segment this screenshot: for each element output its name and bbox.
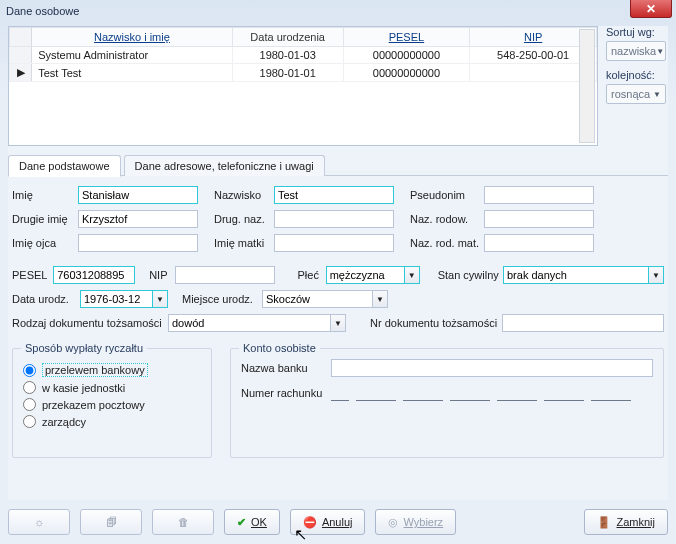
col-pesel[interactable]: PESEL	[343, 28, 470, 47]
no-entry-icon: ⛔	[303, 516, 317, 529]
tab-address[interactable]: Dane adresowe, telefoniczne i uwagi	[124, 155, 325, 176]
col-nip[interactable]: NIP	[470, 28, 597, 47]
label-naz-rodow: Naz. rodow.	[410, 213, 480, 225]
input-pesel[interactable]	[53, 266, 135, 284]
personal-data-window: Dane osobowe ✕ Nazwisko i imię Data urod…	[0, 0, 676, 544]
chevron-down-icon[interactable]: ▼	[648, 266, 664, 284]
grid-scrollbar[interactable]	[579, 29, 595, 143]
order-label: kolejność:	[606, 69, 668, 81]
fieldset-ryczalt: Sposób wypłaty ryczałtu przelewem bankow…	[12, 348, 212, 458]
radio-zarzadcy[interactable]: zarządcy	[23, 415, 201, 428]
label-drug-naz: Drug. naz.	[214, 213, 270, 225]
combo-rodzaj-dok[interactable]: ▼	[168, 314, 348, 332]
trash-icon: 🗑	[178, 516, 189, 528]
input-nr-rachunku[interactable]	[331, 383, 635, 403]
label-nazwisko: Nazwisko	[214, 189, 270, 201]
label-rodzaj-dok: Rodzaj dokumentu tożsamości	[12, 317, 164, 329]
label-nip: NIP	[149, 269, 171, 281]
input-bank[interactable]	[331, 359, 653, 377]
label-imie-matki: Imię matki	[214, 237, 270, 249]
fieldset-konto: Konto osobiste Nazwa banku Numer rachunk…	[230, 348, 664, 458]
label-drugie-imie: Drugie imię	[12, 213, 74, 225]
input-drugie-imie[interactable]	[78, 210, 198, 228]
close-icon[interactable]: ✕	[630, 0, 672, 18]
combo-plec[interactable]: ▼	[326, 266, 420, 284]
door-icon: 🚪	[597, 516, 611, 529]
select-button[interactable]: ◎ Wybierz	[375, 509, 456, 535]
sort-panel: Sortuj wg: nazwiska ▼ kolejność: rosnąca…	[606, 26, 668, 112]
check-icon: ✔	[237, 516, 246, 529]
titlebar: Dane osobowe	[0, 0, 676, 22]
sort-by-select[interactable]: nazwiska ▼	[606, 41, 666, 61]
close-button[interactable]: 🚪 Zamknij	[584, 509, 668, 535]
combo-data-urodz[interactable]: ▼	[80, 290, 168, 308]
chevron-down-icon: ▼	[653, 90, 661, 99]
target-icon: ◎	[388, 516, 398, 529]
copy-icon: 🗐	[106, 516, 117, 528]
form-area: Imię Nazwisko Pseudonim Drugie imię Drug…	[8, 178, 668, 500]
window-title: Dane osobowe	[6, 5, 79, 17]
input-imie-matki[interactable]	[274, 234, 394, 252]
input-naz-rod-mat[interactable]	[484, 234, 594, 252]
input-imie-ojca[interactable]	[78, 234, 198, 252]
label-miejsce-urodz: Miejsce urodz.	[182, 293, 258, 305]
chevron-down-icon[interactable]: ▼	[404, 266, 420, 284]
input-nazwisko[interactable]	[274, 186, 394, 204]
input-nr-dok[interactable]	[502, 314, 664, 332]
person-grid[interactable]: Nazwisko i imię Data urodzenia PESEL NIP…	[8, 26, 598, 146]
label-pseudonim: Pseudonim	[410, 189, 480, 201]
label-imie-ojca: Imię ojca	[12, 237, 74, 249]
ok-button[interactable]: ✔ OK	[224, 509, 280, 535]
legend-ryczalt: Sposób wypłaty ryczałtu	[21, 342, 147, 354]
new-button[interactable]: ☼	[8, 509, 70, 535]
label-imie: Imię	[12, 189, 74, 201]
combo-miejsce-urodz[interactable]: ▼	[262, 290, 388, 308]
label-plec: Płeć	[297, 269, 321, 281]
radio-poczta[interactable]: przekazem pocztowy	[23, 398, 201, 411]
label-pesel: PESEL	[12, 269, 49, 281]
tabs: Dane podstawowe Dane adresowe, telefonic…	[8, 154, 668, 176]
label-nr-rachunku: Numer rachunku	[241, 387, 327, 399]
legend-konto: Konto osobiste	[239, 342, 320, 354]
bottom-toolbar: ☼ 🗐 🗑 ✔ OK ⛔ Anuluj ◎ Wybierz 🚪 Zamknij	[8, 506, 668, 538]
copy-button[interactable]: 🗐	[80, 509, 142, 535]
radio-przelew[interactable]: przelewem bankowy	[23, 363, 201, 377]
grid-marker-col	[10, 28, 32, 47]
chevron-down-icon[interactable]: ▼	[330, 314, 346, 332]
input-drug-naz[interactable]	[274, 210, 394, 228]
input-imie[interactable]	[78, 186, 198, 204]
combo-stan[interactable]: ▼	[503, 266, 664, 284]
order-select[interactable]: rosnąca ▼	[606, 84, 666, 104]
input-nip[interactable]	[175, 266, 275, 284]
cancel-button[interactable]: ⛔ Anuluj	[290, 509, 366, 535]
sun-icon: ☼	[34, 516, 44, 528]
table-row[interactable]: Systemu Administrator 1980-01-03 0000000…	[10, 47, 597, 64]
sort-by-label: Sortuj wg:	[606, 26, 668, 38]
input-naz-rodow[interactable]	[484, 210, 594, 228]
delete-button[interactable]: 🗑	[152, 509, 214, 535]
label-data-urodz: Data urodz.	[12, 293, 76, 305]
col-name[interactable]: Nazwisko i imię	[32, 28, 233, 47]
label-bank: Nazwa banku	[241, 362, 327, 374]
chevron-down-icon[interactable]: ▼	[152, 290, 168, 308]
label-naz-rod-mat: Naz. rod. mat.	[410, 237, 480, 249]
chevron-down-icon[interactable]: ▼	[372, 290, 388, 308]
label-stan: Stan cywilny	[438, 269, 499, 281]
chevron-down-icon: ▼	[656, 47, 664, 56]
label-nr-dok: Nr dokumentu tożsamości	[370, 317, 498, 329]
radio-kasa[interactable]: w kasie jednostki	[23, 381, 201, 394]
table-row[interactable]: ▶ Test Test 1980-01-01 00000000000	[10, 64, 597, 82]
tab-basic[interactable]: Dane podstawowe	[8, 155, 121, 177]
content-area: Nazwisko i imię Data urodzenia PESEL NIP…	[8, 26, 668, 500]
col-dob[interactable]: Data urodzenia	[232, 28, 343, 47]
input-pseudonim[interactable]	[484, 186, 594, 204]
